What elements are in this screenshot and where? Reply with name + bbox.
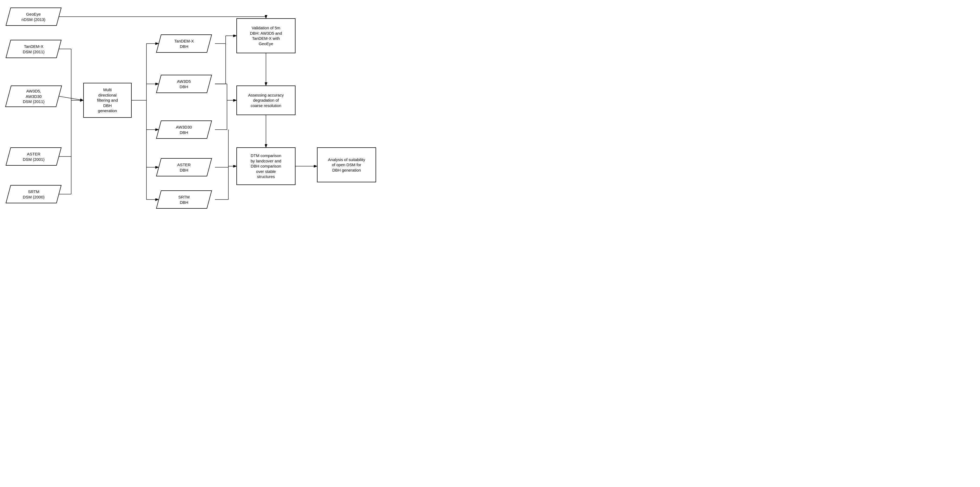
multi-dir-node: Multi directional filtering and DBH gene… (83, 83, 132, 118)
aster-in-node: ASTER DSM (2001) (6, 147, 62, 166)
tandem-in-label: TanDEM-X DSM (2011) (23, 44, 45, 54)
validation-label: Validation of 5m DBH: AW3D5 and TanDEM-X… (250, 25, 282, 46)
aw3d-in-label: AW3D5, AW3D30 DSM (2011) (23, 88, 45, 104)
aster-dbh-node: ASTER DBH (156, 158, 212, 176)
srtm-in-node: SRTM DSM (2000) (6, 185, 62, 203)
aw3d-in-node: AW3D5, AW3D30 DSM (2011) (5, 86, 62, 107)
diagram-container: GeoEye nDSM (2013) TanDEM-X DSM (2011) A… (0, 0, 490, 244)
geoeye-label: GeoEye nDSM (2013) (21, 11, 45, 22)
tandem-in-node: TanDEM-X DSM (2011) (6, 40, 62, 58)
srtm-dbh-node: SRTM DBH (156, 190, 212, 209)
validation-node: Validation of 5m DBH: AW3D5 and TanDEM-X… (236, 18, 296, 53)
assessing-node: Assessing accuracy degradation of coarse… (236, 86, 296, 115)
srtm-dbh-label: SRTM DBH (178, 195, 190, 205)
dtm-comp-node: DTM comparison by landcover and DBH comp… (236, 147, 296, 185)
aw3d30-dbh-label: AW3D30 DBH (176, 125, 192, 135)
dtm-comp-label: DTM comparison by landcover and DBH comp… (251, 153, 281, 179)
aster-in-label: ASTER DSM (2001) (23, 152, 45, 162)
multi-dir-label: Multi directional filtering and DBH gene… (97, 87, 118, 113)
geoeye-node: GeoEye nDSM (2013) (6, 8, 62, 26)
aster-dbh-label: ASTER DBH (177, 162, 191, 172)
aw3d30-dbh-node: AW3D30 DBH (156, 120, 212, 139)
tandem-dbh-label: TanDEM-X DBH (174, 38, 194, 49)
analysis-label: Analysis of suitability of open DSM for … (328, 157, 365, 173)
svg-line-5 (59, 96, 83, 100)
srtm-in-label: SRTM DSM (2000) (23, 189, 45, 200)
tandem-dbh-node: TanDEM-X DBH (156, 34, 212, 53)
aw3d5-dbh-node: AW3D5 DBH (156, 75, 212, 93)
analysis-node: Analysis of suitability of open DSM for … (317, 147, 376, 182)
assessing-label: Assessing accuracy degradation of coarse… (248, 93, 284, 109)
aw3d5-dbh-label: AW3D5 DBH (177, 79, 191, 89)
